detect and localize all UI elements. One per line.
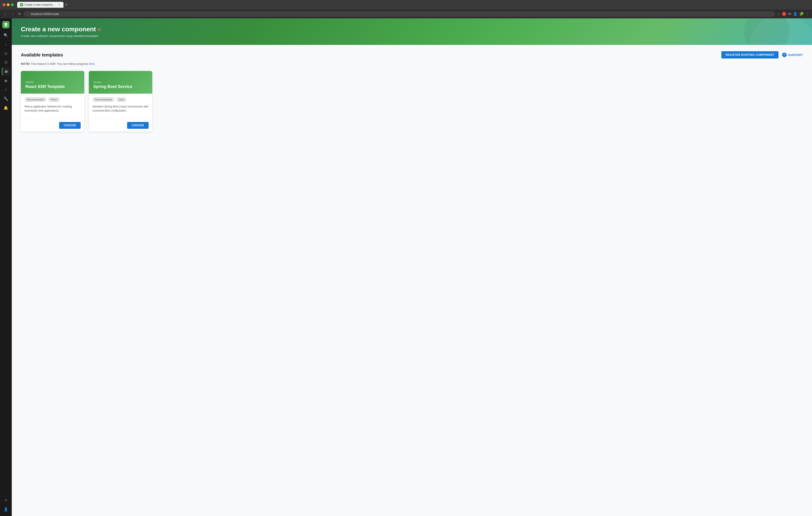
template-card-react-ssr: website React SSR Template Recommended R… (21, 71, 84, 132)
card-type-react: website (25, 81, 80, 83)
choose-spring-button[interactable]: CHOOSE (127, 122, 149, 129)
header-banner: Create a new component α Create new soft… (12, 18, 812, 45)
menu-icon[interactable]: ⋮ (806, 12, 809, 16)
toolbar-right: REGISTER EXISTING COMPONENT ? SUPPORT (721, 51, 803, 58)
tag-recommended-react: Recommended (25, 97, 47, 102)
forward-button[interactable]: → (10, 11, 16, 17)
page-toolbar: Available templates REGISTER EXISTING CO… (21, 51, 803, 58)
card-name-spring: Spring Boot Service (93, 84, 148, 89)
header-title-text: Create a new component (21, 26, 96, 33)
sidebar-item-home[interactable]: ⌂ (2, 40, 10, 48)
section-title: Available templates (21, 52, 63, 58)
back-button[interactable]: ← (3, 11, 8, 17)
note-suffix: . (96, 62, 96, 65)
card-footer-spring: CHOOSE (89, 119, 152, 132)
sidebar-logo (2, 21, 9, 28)
traffic-light-green[interactable] (11, 3, 13, 6)
card-name-react: React SSR Template (25, 84, 80, 89)
page-title: Create a new component α (21, 26, 803, 33)
extensions-icon[interactable]: 🔴 (782, 12, 786, 16)
tab-title: Create a new component | Av... (25, 3, 56, 6)
sidebar-item-compass[interactable]: ◎ (2, 49, 10, 57)
card-body-react: Recommended React Next.js application sk… (21, 93, 84, 116)
note-prefix: NOTE! (21, 62, 30, 65)
tag-recommended-spring: Recommended (92, 97, 114, 102)
card-header-spring: service Spring Boot Service (89, 71, 152, 93)
app-container: 🔍 ⌂ ◎ ☰ ⊕ ◉ ✓ 🔧 🔔 ☀ 👤 Create a new compo… (0, 18, 812, 516)
bookmark-icon[interactable]: ☆ (777, 12, 780, 16)
browser-titlebar: A Create a new component | Av... ✕ + (0, 0, 812, 9)
note-text: NOTE! This feature is WIP. You can follo… (21, 62, 803, 65)
tag-react: React (48, 97, 60, 102)
support-button[interactable]: ? SUPPORT (782, 53, 803, 57)
tag-java: Java (116, 97, 126, 102)
card-description-react: Next.js application skeleton for creatin… (25, 105, 81, 113)
sidebar-item-alert[interactable]: 🔔 (2, 104, 10, 112)
sidebar-item-wrench[interactable]: 🔧 (2, 94, 10, 103)
card-tags-react: Recommended React (25, 97, 81, 102)
card-tags-spring: Recommended Java (92, 97, 149, 102)
register-existing-component-button[interactable]: REGISTER EXISTING COMPONENT (721, 51, 779, 58)
tab-close-button[interactable]: ✕ (58, 3, 61, 6)
sidebar-item-target[interactable]: ◉ (2, 76, 10, 85)
browser-actions: ☆ 🔴 ✉ 👤 🧩 ⋮ (777, 12, 809, 16)
new-tab-button[interactable]: + (64, 2, 69, 8)
sidebar-item-theme[interactable]: ☀ (2, 496, 10, 504)
mail-icon[interactable]: ✉ (788, 12, 791, 16)
note-body: This feature is WIP. You can follow prog… (31, 62, 89, 65)
sidebar-bottom: ☀ 👤 (2, 496, 10, 513)
profile-icon[interactable]: 👤 (793, 12, 798, 16)
address-bar[interactable] (24, 11, 775, 17)
active-tab[interactable]: A Create a new component | Av... ✕ (17, 2, 63, 8)
header-alpha-badge: α (98, 27, 100, 32)
browser-addressbar: ← → ↻ 🔒 ☆ 🔴 ✉ 👤 🧩 ⋮ (0, 9, 812, 18)
card-footer-react: CHOOSE (21, 119, 84, 132)
cards-grid: website React SSR Template Recommended R… (21, 71, 803, 132)
sidebar-item-user[interactable]: 👤 (2, 505, 10, 513)
traffic-lights (3, 3, 13, 6)
card-type-spring: service (93, 81, 148, 83)
card-body-spring: Recommended Java Standard Spring Boot (J… (89, 93, 152, 116)
sidebar-item-search[interactable]: 🔍 (2, 31, 10, 39)
browser-chrome: A Create a new component | Av... ✕ + ← →… (0, 0, 812, 18)
sidebar-item-check[interactable]: ✓ (2, 85, 10, 93)
page-body: Available templates REGISTER EXISTING CO… (12, 45, 812, 516)
traffic-light-yellow[interactable] (7, 3, 9, 6)
choose-react-button[interactable]: CHOOSE (59, 122, 81, 129)
template-card-spring-boot: service Spring Boot Service Recommended … (89, 71, 152, 132)
refresh-button[interactable]: ↻ (17, 11, 22, 17)
browser-tabs: A Create a new component | Av... ✕ + (17, 2, 69, 8)
support-label: SUPPORT (788, 53, 803, 57)
sidebar-item-add[interactable]: ⊕ (2, 67, 10, 76)
note-link[interactable]: here (89, 62, 95, 65)
address-bar-wrapper: 🔒 (24, 11, 775, 17)
main-content: Create a new component α Create new soft… (12, 18, 812, 516)
sidebar-item-docs[interactable]: ☰ (2, 58, 10, 66)
header-subtitle: Create new software components using sta… (21, 34, 803, 38)
support-question-icon: ? (782, 53, 787, 57)
traffic-light-red[interactable] (3, 3, 5, 6)
card-description-spring: Standard Spring Boot (Java) microservice… (92, 105, 149, 113)
tab-favicon: A (20, 3, 23, 6)
card-header-react: website React SSR Template (21, 71, 84, 93)
sidebar: 🔍 ⌂ ◎ ☰ ⊕ ◉ ✓ 🔧 🔔 ☀ 👤 (0, 18, 12, 516)
puzzle-icon[interactable]: 🧩 (799, 12, 804, 16)
